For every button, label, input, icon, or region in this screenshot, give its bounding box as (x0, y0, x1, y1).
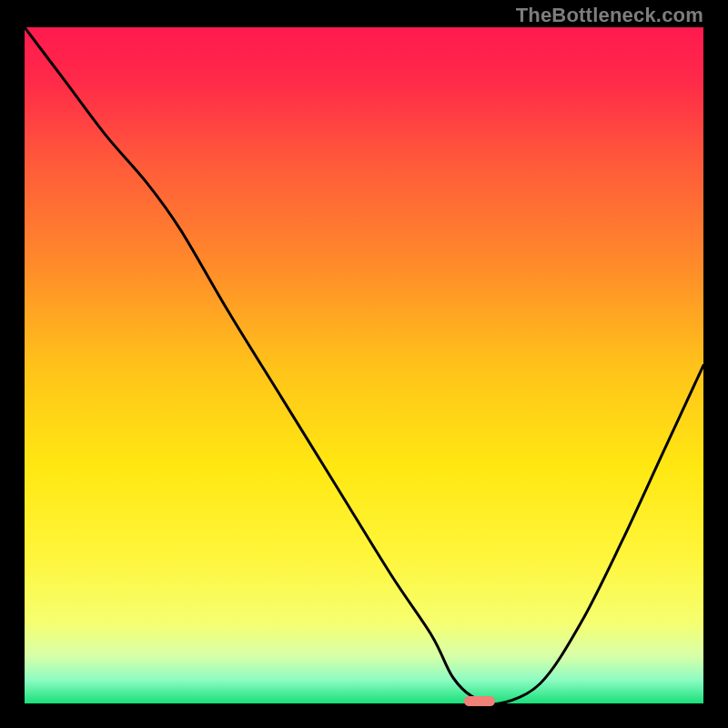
optimal-marker (464, 696, 495, 706)
plot-area (25, 27, 703, 703)
bottleneck-curve (25, 27, 703, 703)
watermark-text: TheBottleneck.com (516, 4, 703, 27)
chart-frame: TheBottleneck.com (0, 0, 728, 728)
